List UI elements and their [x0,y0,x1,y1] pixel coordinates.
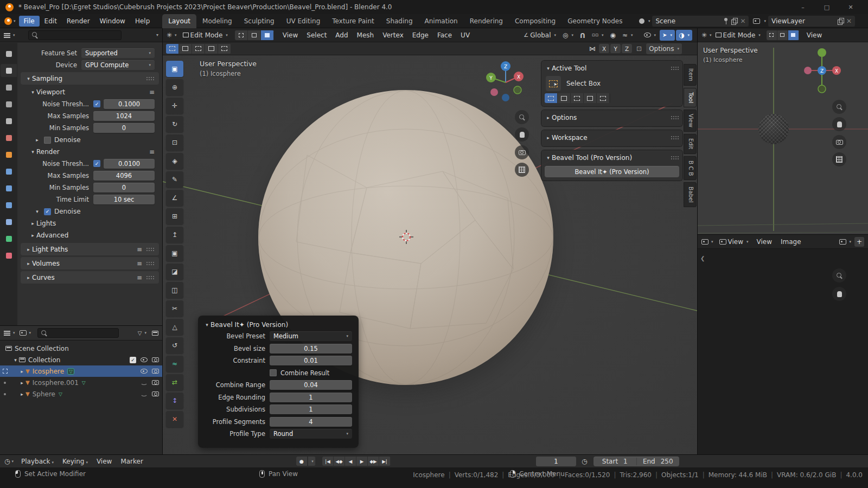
beavel-field[interactable]: Round ▾ [270,429,352,439]
toolbar-tool-button[interactable]: ⊕ [166,79,183,95]
toolbar-tool-button[interactable]: ◈ [166,153,183,169]
presets-icon[interactable]: ≡ [149,148,155,156]
render-denoise-checkbox[interactable]: ✓ [44,208,51,215]
navigation-gizmo[interactable]: Z X [802,46,841,95]
properties-tab[interactable] [1,198,17,211]
toolbar-tool-button[interactable]: ▣ [166,245,183,261]
face-select-mode-button[interactable] [261,30,274,40]
current-frame-field[interactable]: 1 [536,457,576,466]
toolbar-tool-button[interactable]: ∠ [166,190,183,206]
properties-tab[interactable] [1,232,17,245]
collection-checkbox[interactable]: ✓ [130,357,136,363]
menubar-item[interactable]: Render [62,16,95,27]
view-menu[interactable]: View [802,30,826,41]
visibility-eye-closed-icon[interactable] [141,380,148,385]
drag-handle-icon[interactable] [146,248,155,251]
toggle-perspective-button[interactable] [832,152,846,166]
properties-tab[interactable] [1,98,17,111]
workspace-tab[interactable]: Rendering [464,14,509,28]
edge-select-mode-button[interactable] [777,30,788,40]
pan-view-button[interactable] [832,117,846,131]
outliner-search-input[interactable] [37,328,119,338]
render-visibility-icon[interactable] [152,357,159,362]
camera-view-button[interactable] [832,135,846,149]
collapsed-panel-header[interactable]: ▸Curves ≡ [21,271,159,284]
properties-tab[interactable] [1,114,17,127]
drag-handle-icon[interactable] [671,156,679,159]
viewport-editor-icon[interactable]: ✳ [701,32,707,38]
mode-dropdown[interactable]: Edit Mode▾ [713,30,763,41]
toolbar-tool-button[interactable]: ✂ [166,300,183,317]
auto-keying-record-button[interactable]: ● [296,457,308,466]
transform-orientation-dropdown[interactable]: ∠ Global▾ [521,30,559,41]
snap-settings-dropdown[interactable]: ▫▫▾ [589,30,607,41]
zoom-view-button[interactable] [515,110,529,124]
filter-icon[interactable]: ▽ [138,330,142,336]
scene-icon[interactable] [639,18,644,24]
properties-tab[interactable] [1,148,17,161]
snap-toggle[interactable]: U [577,30,588,41]
mirror-axis-button[interactable]: Y [610,44,621,53]
noise-threshold-checkbox[interactable]: ✓ [93,160,100,167]
properties-tab[interactable] [1,131,17,144]
properties-editor-icon[interactable] [4,33,10,38]
navigation-gizmo[interactable]: Z X Y [483,59,528,104]
toolbar-tool-button[interactable]: ↕ [166,393,183,409]
image-editor-menu-item[interactable]: Image [776,236,806,247]
viewport-menu-item[interactable]: Select [302,30,331,41]
copy-icon[interactable] [838,18,844,24]
timeline-menu-item[interactable]: View▾ [92,456,116,467]
collection-row[interactable]: ▾ Collection ✓ [0,354,162,365]
pin-icon[interactable] [723,18,729,24]
properties-tab[interactable] [1,249,17,262]
display-mode-icon[interactable] [20,330,27,336]
beavel-field[interactable]: 0.15 [270,344,352,354]
scene-name[interactable]: Scene [655,17,720,25]
pivot-point-dropdown[interactable]: ◎▾ [560,30,576,41]
expand-caret[interactable]: ▾ [12,357,19,363]
beavel-field[interactable]: Medium ▾ [270,331,352,341]
collapsed-panel-header[interactable]: ▸Light Paths ≡ [21,243,159,255]
auto-keying-dropdown[interactable]: ▾ [308,457,316,466]
properties-tab[interactable] [1,215,17,228]
sidebar-tab[interactable]: View [684,110,697,132]
render-subpanel-header[interactable]: ▾Render ≡ [17,146,162,158]
menubar-item[interactable]: Help [130,16,155,27]
sidebar-tab[interactable]: Babel [684,182,697,207]
value-field[interactable]: 0 [93,183,155,192]
icosphere-wireframe-mesh[interactable] [758,114,789,144]
expand-caret[interactable]: ▸ [18,369,25,374]
gizmo-minus-x-axis[interactable] [490,88,498,96]
close-button[interactable]: ✕ [839,4,863,11]
drag-handle-icon[interactable] [146,77,155,80]
viewport-menu-item[interactable]: UV [456,30,474,41]
select-mode-new-button[interactable] [166,44,179,54]
toolbar-tool-button[interactable]: ⊞ [166,208,183,224]
play-reverse-button[interactable]: ◀ [345,457,356,466]
properties-tab[interactable] [1,47,17,60]
visibility-eye-closed-icon[interactable] [141,391,148,396]
gizmo-y-axis[interactable] [818,48,826,57]
object-row[interactable]: ▸ ▼ Icosphere ▽ [0,365,162,377]
jump-to-end-button[interactable]: ▶| [379,457,391,466]
presets-icon[interactable]: ≡ [149,88,155,96]
zoom-view-button[interactable] [832,100,846,114]
properties-tab[interactable] [1,64,17,77]
frame-start-field[interactable]: Start1 [593,458,636,465]
zoom-view-button[interactable] [832,268,846,282]
beavel-field[interactable]: 0.01 [270,356,352,365]
use-preview-range-icon[interactable]: ◷ [582,458,587,465]
sidebar-tab[interactable]: Edit [684,134,697,153]
select-mode-new-button[interactable] [545,93,558,103]
toolbar-tool-button[interactable]: ▣ [166,61,183,77]
sidebar-tab[interactable]: B C B [684,156,697,180]
menubar-item[interactable]: File [19,16,40,27]
active-tool-panel-header[interactable]: ▾Active Tool [545,62,679,74]
new-image-button[interactable]: + [854,237,864,247]
presets-icon[interactable]: ≡ [137,246,142,253]
timeline-editor-icon[interactable]: ◷ [4,458,10,465]
presets-icon[interactable]: ≡ [137,260,142,267]
timeline-menu-item[interactable]: Keying▾ [58,456,92,467]
menubar-item[interactable]: Window [95,16,130,27]
mirror-axis-button[interactable]: Z [622,44,632,53]
